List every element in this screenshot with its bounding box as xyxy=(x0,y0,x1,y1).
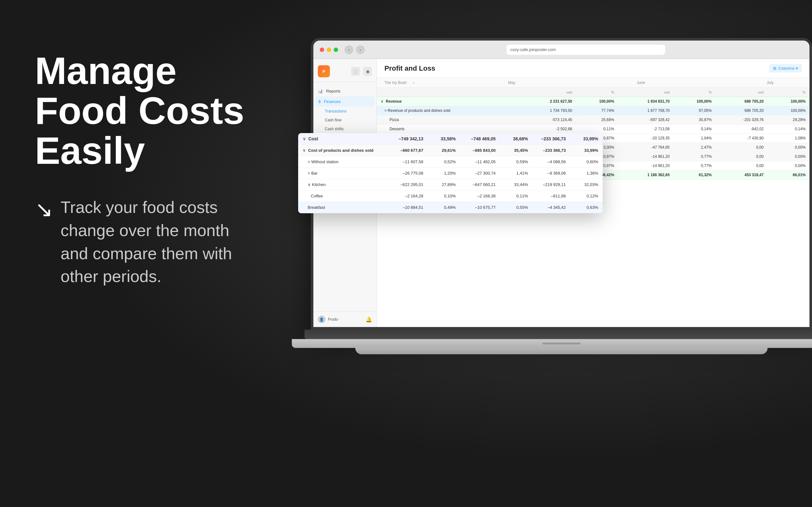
overlay-cell-may-usd: –622 295,01 xyxy=(388,179,428,190)
cell-june-usd: 1 934 831,70 xyxy=(618,97,673,106)
bullet-text: Track your food costs change over the mo… xyxy=(61,196,251,288)
page-title: Profit and Loss xyxy=(385,64,435,72)
col-may-pct: % xyxy=(576,88,618,97)
overlay-row-cost-products: ∨ Cost of products and dishes sold –660 … xyxy=(298,145,603,156)
overlay-row-breakfast: Breakfast –10 884,51 0,49% –10 675,77 0,… xyxy=(298,202,603,213)
period-july: July xyxy=(739,80,802,85)
overlay-cell-may-pct: 1,20% xyxy=(428,168,460,179)
arrow-icon: ↘ xyxy=(35,199,53,220)
cell-june-pct: 0,77% xyxy=(673,152,716,161)
cell-june-usd: -597 328,42 xyxy=(618,115,673,124)
cell-june-usd: 1 877 708,70 xyxy=(618,106,673,115)
overlay-cell-june-usd: –11 482,05 xyxy=(460,156,500,168)
period-may: May xyxy=(480,80,543,85)
cashflow-label: Cash flow xyxy=(325,118,342,122)
overlay-row-bar: > Bar –26 775,08 1,20% –27 300,74 1,41% … xyxy=(298,168,603,179)
cell-july-usd: -7 430,90 xyxy=(716,134,768,143)
cell-july-pct: 0,00% xyxy=(767,152,809,161)
cell-july-usd: 0,00 xyxy=(716,152,768,161)
url-bar[interactable]: cozy-cafe.joinposter.com xyxy=(507,45,665,55)
cell-june-pct: 0,77% xyxy=(673,161,716,170)
sidebar-item-finances[interactable]: $ Finances xyxy=(315,96,374,107)
headline-line1: Manage xyxy=(35,51,251,91)
cell-june-usd: -47 764,85 xyxy=(618,143,673,152)
cell-july-usd: -201 029,76 xyxy=(716,115,768,124)
cell-june-pct: 100,00% xyxy=(673,97,716,106)
cell-july-pct: 29,28% xyxy=(767,115,809,124)
cell-july-pct: 0,00% xyxy=(767,143,809,152)
col-may-usd: usd xyxy=(520,88,576,97)
overlay-cell-label: > Without station xyxy=(298,156,388,168)
sidebar-item-reports[interactable]: 📊 Reports xyxy=(313,86,376,96)
close-button[interactable] xyxy=(320,48,324,52)
col-june-pct: % xyxy=(673,88,716,97)
table-header: usd % usd % usd % xyxy=(377,88,809,97)
back-button[interactable]: ‹ xyxy=(345,45,353,54)
bullet-point: ↘ Track your food costs change over the … xyxy=(35,196,251,288)
sidebar-icon-1[interactable]: ⬚ xyxy=(351,67,360,76)
overlay-cell-july-pct: 0,60% xyxy=(570,156,603,168)
overlay-cell-label: > Bar xyxy=(298,168,388,179)
overlay-cell-may-pct: 29,61% xyxy=(428,145,460,156)
cell-may-usd: -2 502,68 xyxy=(520,124,576,134)
expand-products-icon[interactable]: ∨ xyxy=(303,148,306,153)
overlay-cell-june-usd: –10 675,77 xyxy=(460,202,500,213)
cell-june-pct: 2,47% xyxy=(673,143,716,152)
table-row: ∨ Revenue 2 231 627,50 100,00% 1 934 831… xyxy=(377,97,809,106)
overlay-cell-july-usd: –9 369,06 xyxy=(532,168,570,179)
cell-june-usd: -14 861,20 xyxy=(618,152,673,161)
overlay-cell-june-pct: 38,68% xyxy=(500,133,532,145)
cell-july-pct: 0,14% xyxy=(767,124,809,134)
reports-icon: 📊 xyxy=(318,89,323,94)
cell-july-usd: 0,00 xyxy=(716,161,768,170)
transactions-label: Transactions xyxy=(325,109,346,113)
overlay-cell-label: Breakfast xyxy=(298,202,388,213)
col-july-usd: usd xyxy=(716,88,768,97)
overlay-cell-june-pct: 35,45% xyxy=(500,145,532,156)
columns-button[interactable]: ⊞ Columns ▾ xyxy=(769,64,802,72)
notification-bell-icon[interactable]: 🔔 xyxy=(366,317,372,323)
overlay-cell-may-usd: –10 884,51 xyxy=(388,202,428,213)
overlay-cell-july-pct: 1,36% xyxy=(570,168,603,179)
expand-cost-icon[interactable]: ∨ xyxy=(303,136,306,141)
finances-label: Finances xyxy=(324,99,341,104)
cell-may-pct: 77,74% xyxy=(576,106,618,115)
col-label xyxy=(377,88,520,97)
overlay-cell-july-usd: –811,88 xyxy=(532,190,570,202)
sidebar-icon-2[interactable]: ◉ xyxy=(363,67,372,76)
window-controls xyxy=(320,48,338,52)
sidebar-bottom: 👤 Frodo · 🔔 xyxy=(313,312,376,327)
cell-label: Desserts xyxy=(377,124,520,134)
minimize-button[interactable] xyxy=(327,48,331,52)
cashshifts-label: Cash shifts xyxy=(325,127,344,131)
sidebar-item-transactions[interactable]: Transactions xyxy=(313,107,376,116)
table-row: > Revenue of products and dishes sold 1 … xyxy=(377,106,809,115)
sidebar-item-cashflow[interactable]: Cash flow xyxy=(313,116,376,124)
cell-july-pct: 0,00% xyxy=(767,161,809,170)
overlay-cell-may-usd: –660 677,67 xyxy=(388,145,428,156)
cell-june-usd: 1 186 362,65 xyxy=(618,170,673,180)
overlay-cell-july-pct: 32,03% xyxy=(570,179,603,190)
overlay-cell-may-usd: –2 164,28 xyxy=(388,190,428,202)
columns-label: Columns ▾ xyxy=(778,66,798,71)
period-header: The Ivy Bush › May June July xyxy=(377,78,809,88)
overlay-cell-may-usd: –26 775,08 xyxy=(388,168,428,179)
cell-label: > Revenue of products and dishes sold xyxy=(377,106,520,115)
browser-chrome: ‹ › cozy-cafe.joinposter.com xyxy=(313,41,809,59)
expand-icon[interactable]: ∨ xyxy=(380,99,384,104)
poster-logo: P xyxy=(318,65,330,77)
period-june: June xyxy=(609,80,673,85)
sidebar-item-cashshifts[interactable]: Cash shifts xyxy=(313,124,376,133)
cell-june-pct: 0,14% xyxy=(673,124,716,134)
overlay-cell-june-pct: 0,55% xyxy=(500,202,532,213)
cell-june-pct: 1,04% xyxy=(673,134,716,143)
overlay-cell-june-pct: 0,59% xyxy=(500,156,532,168)
maximize-button[interactable] xyxy=(334,48,338,52)
main-header: Profit and Loss ⊞ Columns ▾ xyxy=(377,59,809,78)
cell-may-pct: 100,00% xyxy=(576,97,618,106)
cell-june-pct: 30,87% xyxy=(673,115,716,124)
overlay-cell-june-pct: 1,41% xyxy=(500,168,532,179)
forward-button[interactable]: › xyxy=(356,45,365,54)
overlay-row-kitchen: ∨ Kitchen –622 295,01 27,89% –647 060,21… xyxy=(298,179,603,190)
overlay-cell-june-pct: 33,44% xyxy=(500,179,532,190)
